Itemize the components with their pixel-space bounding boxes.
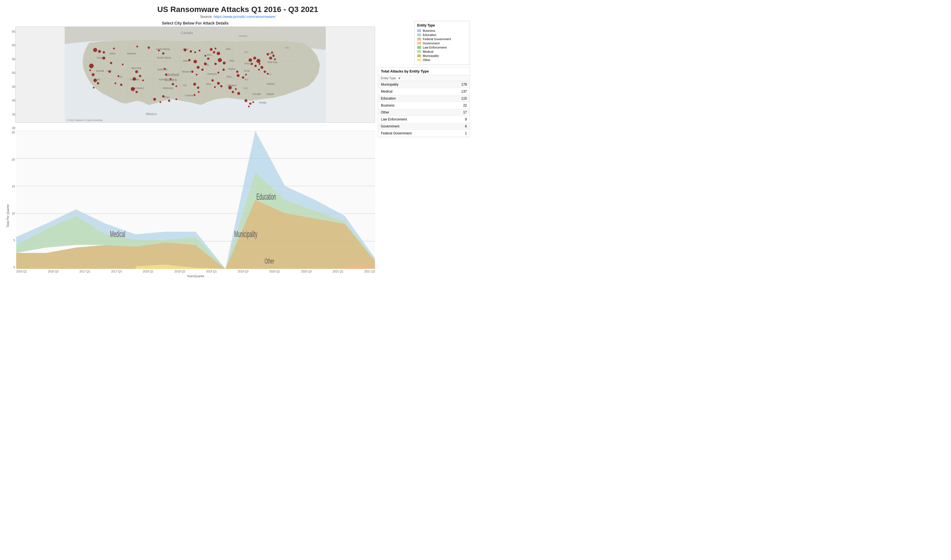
svg-point-63 bbox=[93, 87, 95, 88]
svg-text:Oklahoma: Oklahoma bbox=[163, 87, 173, 89]
filter-icon[interactable]: ▼ bbox=[398, 77, 401, 80]
svg-point-95 bbox=[193, 60, 197, 63]
svg-point-117 bbox=[249, 102, 251, 105]
svg-point-133 bbox=[271, 51, 273, 53]
svg-text:W.Va.: W.Va. bbox=[244, 69, 250, 72]
svg-text:Other: Other bbox=[265, 257, 274, 265]
source-link[interactable]: https://www.pcmatic.com/ransomware/ bbox=[213, 14, 276, 19]
svg-point-146 bbox=[205, 55, 206, 57]
svg-point-97 bbox=[191, 71, 193, 73]
svg-text:Idaho: Idaho bbox=[109, 52, 116, 55]
svg-point-94 bbox=[188, 59, 191, 61]
svg-point-60 bbox=[94, 78, 97, 82]
svg-text:Del/Md.: Del/Md. bbox=[267, 83, 275, 85]
svg-point-72 bbox=[120, 84, 122, 86]
legend-box: Entity Type Business Education Federal G… bbox=[414, 21, 470, 65]
svg-point-140 bbox=[194, 94, 195, 95]
svg-text:United: United bbox=[166, 72, 179, 77]
svg-text:Education: Education bbox=[256, 192, 276, 202]
map-y-55: 55 bbox=[12, 57, 15, 61]
legend-item-government: Government bbox=[417, 42, 467, 45]
svg-text:Mexico: Mexico bbox=[146, 112, 157, 116]
svg-point-87 bbox=[164, 68, 165, 70]
column-entity-type: Entity Type ▼ bbox=[381, 76, 401, 80]
svg-text:Wisc.: Wisc. bbox=[207, 54, 212, 56]
svg-point-89 bbox=[170, 78, 171, 80]
svg-point-124 bbox=[249, 58, 252, 62]
x-tick-2017q3: 2017 Q3 bbox=[111, 270, 122, 273]
svg-point-109 bbox=[217, 82, 220, 85]
svg-point-107 bbox=[218, 72, 219, 73]
x-tick-2018q3: 2018 Q3 bbox=[174, 270, 185, 273]
svg-point-104 bbox=[223, 62, 225, 65]
svg-point-100 bbox=[213, 51, 215, 53]
x-tick-2016q1: 2016 Q1 bbox=[16, 270, 27, 273]
svg-text:Iowa: Iowa bbox=[183, 59, 188, 62]
svg-point-149 bbox=[201, 69, 203, 71]
svg-point-138 bbox=[197, 86, 199, 89]
map-y-65: 65 bbox=[12, 30, 15, 33]
svg-point-137 bbox=[193, 83, 196, 86]
y-tick-10: 10 bbox=[12, 212, 16, 215]
svg-point-144 bbox=[110, 62, 112, 64]
svg-point-147 bbox=[207, 57, 209, 60]
map-y-60: 60 bbox=[12, 43, 15, 47]
x-tick-2021q1: 2021 Q1 bbox=[333, 270, 343, 273]
legend-item-federal-govt: Federal Government bbox=[417, 37, 467, 41]
map-y-50: 50 bbox=[12, 71, 15, 74]
svg-text:Nov.: Nov. bbox=[285, 46, 290, 49]
table-row-business: Business 22 bbox=[378, 102, 470, 109]
svg-point-151 bbox=[267, 73, 268, 74]
svg-text:Virginia: Virginia bbox=[228, 68, 236, 70]
svg-point-66 bbox=[103, 51, 105, 53]
svg-point-101 bbox=[217, 52, 220, 55]
svg-text:South Dakota: South Dakota bbox=[157, 56, 171, 59]
svg-point-90 bbox=[183, 49, 187, 51]
x-tick-2020q1: 2020 Q1 bbox=[269, 270, 280, 273]
svg-point-114 bbox=[235, 88, 237, 90]
svg-text:North Dakota: North Dakota bbox=[156, 48, 170, 51]
legend-item-business: Business bbox=[417, 29, 467, 32]
x-tick-2019q3: 2019 Q3 bbox=[238, 270, 248, 273]
svg-point-92 bbox=[194, 51, 196, 53]
map-y-35: 35 bbox=[12, 113, 15, 116]
x-tick-2017q1: 2017 Q1 bbox=[80, 270, 90, 273]
svg-point-82 bbox=[168, 100, 170, 102]
y-tick-15: 15 bbox=[12, 185, 16, 188]
table-column-header[interactable]: Entity Type ▼ bbox=[378, 75, 470, 81]
svg-text:Tenn.: Tenn. bbox=[227, 75, 232, 78]
svg-point-128 bbox=[254, 65, 257, 67]
x-tick-2019q1: 2019 Q1 bbox=[206, 270, 217, 273]
svg-text:Wyoming: Wyoming bbox=[131, 67, 141, 69]
svg-point-99 bbox=[210, 48, 212, 51]
svg-point-139 bbox=[198, 91, 199, 93]
svg-point-127 bbox=[251, 63, 253, 65]
svg-point-70 bbox=[109, 71, 111, 73]
svg-text:Kentucky: Kentucky bbox=[207, 72, 217, 75]
svg-point-110 bbox=[214, 86, 216, 88]
svg-point-69 bbox=[148, 46, 150, 49]
x-tick-2021q3: 2021 Q3 bbox=[364, 270, 375, 273]
svg-text:New Eng.: New Eng. bbox=[268, 61, 277, 64]
map-box[interactable]: Oregon Nevada Calif. Idaho Utah Ariz. Mo… bbox=[15, 26, 375, 123]
entity-table: Total Attacks by Entity Type Entity Type… bbox=[378, 67, 470, 137]
svg-point-141 bbox=[172, 83, 174, 85]
svg-text:Ark.: Ark. bbox=[183, 84, 187, 87]
svg-point-135 bbox=[269, 57, 272, 59]
svg-text:Ohio: Ohio bbox=[230, 59, 234, 62]
svg-text:Montana: Montana bbox=[127, 52, 136, 55]
legend-title: Entity Type bbox=[417, 23, 467, 27]
svg-point-143 bbox=[102, 57, 105, 59]
svg-point-65 bbox=[98, 50, 101, 53]
svg-point-80 bbox=[153, 98, 156, 101]
table-row-other: Other 17 bbox=[378, 109, 470, 116]
svg-point-129 bbox=[259, 63, 260, 65]
svg-point-111 bbox=[220, 85, 222, 87]
map-y-40: 40 bbox=[12, 99, 15, 102]
svg-point-150 bbox=[264, 71, 266, 73]
svg-point-102 bbox=[214, 48, 216, 49]
svg-text:N.Y.: N.Y. bbox=[244, 51, 249, 54]
svg-point-118 bbox=[252, 101, 254, 103]
svg-point-103 bbox=[218, 58, 222, 62]
svg-text:Louisiana: Louisiana bbox=[185, 94, 195, 97]
